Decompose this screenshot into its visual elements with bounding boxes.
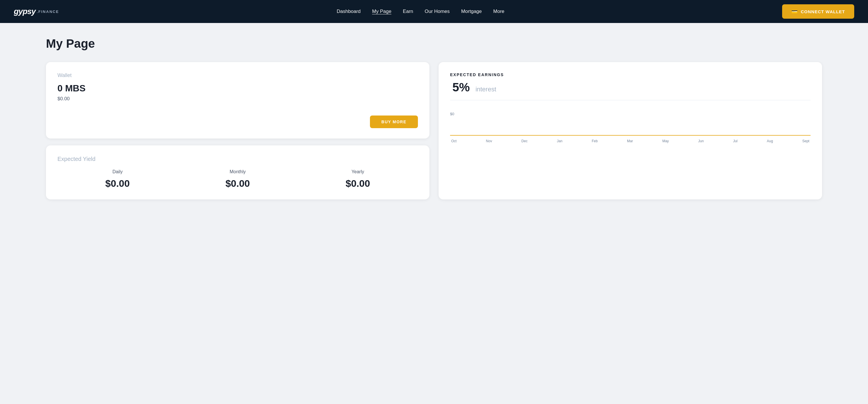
nav-earn[interactable]: Earn xyxy=(403,9,413,15)
main-content: My Page Wallet 0 MBS $0.00 BUY MORE Expe… xyxy=(0,23,868,213)
chart-x-labels: Oct Nov Dec Jan Feb Mar May Jun Jul Aug … xyxy=(450,139,811,143)
chart-label-dec: Dec xyxy=(521,139,527,143)
yield-columns: Daily $0.00 Monthly $0.00 Yearly $0.00 xyxy=(57,169,418,189)
yield-yearly: Yearly $0.00 xyxy=(345,169,370,189)
yield-yearly-value: $0.00 xyxy=(345,178,370,189)
wallet-amount: 0 MBS xyxy=(57,83,418,94)
chart-label-jan: Jan xyxy=(557,139,562,143)
yield-monthly-label: Monthly xyxy=(229,169,246,174)
navbar-links: Dashboard My Page Earn Our Homes Mortgag… xyxy=(337,9,504,15)
yield-monthly: Monthly $0.00 xyxy=(225,169,250,189)
yield-daily-label: Daily xyxy=(112,169,123,174)
chart-baseline xyxy=(450,135,811,136)
nav-more[interactable]: More xyxy=(493,9,504,15)
chart-label-jul: Jul xyxy=(733,139,737,143)
cards-grid: Wallet 0 MBS $0.00 BUY MORE Expected Yie… xyxy=(46,62,822,199)
right-column: EXPECTED EARNINGS 5% interest $0 Oct Nov… xyxy=(439,62,822,199)
chart-label-mar: Mar xyxy=(627,139,633,143)
navbar-logo-area: gypsy .FINANCE xyxy=(14,7,59,16)
buy-more-button[interactable]: BUY MORE xyxy=(370,116,418,128)
yield-daily-value: $0.00 xyxy=(105,178,130,189)
nav-dashboard[interactable]: Dashboard xyxy=(337,9,361,15)
chart-line-area xyxy=(450,118,811,136)
chart-label-oct: Oct xyxy=(451,139,457,143)
navbar: gypsy .FINANCE Dashboard My Page Earn Ou… xyxy=(0,0,868,23)
earnings-card: EXPECTED EARNINGS 5% interest $0 Oct Nov… xyxy=(439,62,822,199)
yield-monthly-value: $0.00 xyxy=(225,178,250,189)
earnings-rate: 5% interest xyxy=(450,81,811,94)
wallet-usd: $0.00 xyxy=(57,96,418,102)
earnings-rate-suffix: interest xyxy=(475,86,496,93)
nav-mortgage[interactable]: Mortgage xyxy=(461,9,482,15)
earnings-header: EXPECTED EARNINGS xyxy=(450,73,811,77)
page-title: My Page xyxy=(46,37,822,51)
connect-wallet-label: CONNECT WALLET xyxy=(801,9,845,14)
logo-finance: .FINANCE xyxy=(37,9,59,14)
chart-container: $0 Oct Nov Dec Jan Feb Mar May Jun Jul xyxy=(450,106,811,146)
wallet-icon: 💳 xyxy=(791,8,798,15)
nav-our-homes[interactable]: Our Homes xyxy=(425,9,450,15)
logo-text: gypsy xyxy=(14,7,36,16)
chart-y-label: $0 xyxy=(450,112,811,116)
left-column: Wallet 0 MBS $0.00 BUY MORE Expected Yie… xyxy=(46,62,429,199)
earnings-rate-value: 5% xyxy=(453,81,470,94)
yield-title: Expected Yield xyxy=(57,156,418,162)
wallet-card: Wallet 0 MBS $0.00 BUY MORE xyxy=(46,62,429,139)
yield-card: Expected Yield Daily $0.00 Monthly $0.00… xyxy=(46,145,429,199)
chart-label-feb: Feb xyxy=(592,139,598,143)
wallet-label: Wallet xyxy=(57,73,418,79)
chart-label-sept: Sept xyxy=(802,139,809,143)
yield-daily: Daily $0.00 xyxy=(105,169,130,189)
chart-label-jun: Jun xyxy=(698,139,704,143)
connect-wallet-button[interactable]: 💳 CONNECT WALLET xyxy=(782,4,854,19)
nav-my-page[interactable]: My Page xyxy=(372,9,392,15)
chart-label-aug: Aug xyxy=(767,139,773,143)
yield-yearly-label: Yearly xyxy=(351,169,364,174)
chart-label-may: May xyxy=(662,139,669,143)
chart-label-nov: Nov xyxy=(486,139,492,143)
